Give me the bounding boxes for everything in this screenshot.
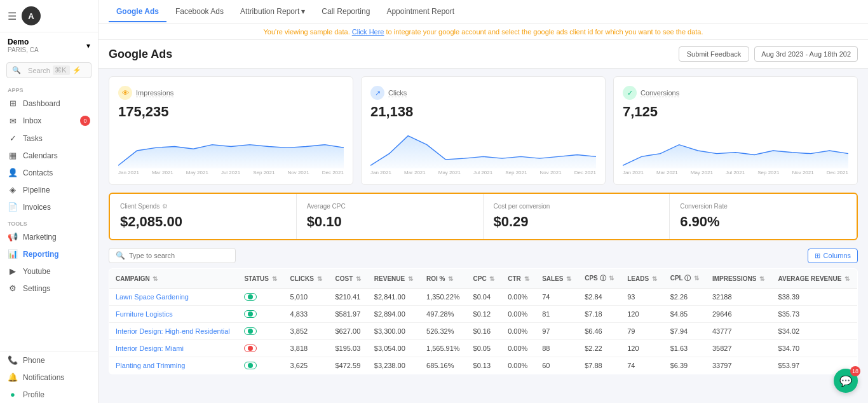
alert-link[interactable]: Click Here: [352, 28, 384, 36]
campaign-status: [238, 340, 283, 357]
page-title: Google Ads: [109, 48, 172, 61]
settings-icon: ⚙: [8, 283, 18, 293]
tab-google-ads[interactable]: Google Ads: [109, 2, 166, 22]
campaign-avg-revenue: $34.02: [772, 323, 858, 340]
svg-marker-2: [623, 145, 848, 168]
campaign-link[interactable]: Lawn Space Gardening: [116, 293, 189, 301]
campaign-clicks: 3,852: [284, 323, 329, 340]
tab-facebook-ads[interactable]: Facebook Ads: [168, 2, 231, 22]
metric-value: $0.10: [307, 214, 473, 230]
tab-appointment-report[interactable]: Appointment Report: [379, 2, 462, 22]
metric-value: $0.29: [494, 214, 660, 230]
inbox-icon: ✉: [8, 116, 18, 126]
sidebar-item-label: Notifications: [23, 373, 64, 382]
col-avg-revenue: AVERAGE REVENUE ⇅: [772, 269, 858, 289]
columns-button[interactable]: ⊞ Columns: [808, 249, 858, 263]
tab-attribution-report[interactable]: Attribution Report ▾: [233, 2, 313, 22]
sidebar-item-reporting[interactable]: 📊 Reporting: [0, 245, 98, 263]
campaign-cost: $581.97: [329, 306, 368, 323]
table-row: Interior Design: High-end Residential 3,…: [109, 323, 858, 340]
sidebar-item-calendars[interactable]: ▦ Calendars: [0, 147, 98, 164]
metric-label: Cost per conversion: [494, 203, 660, 210]
campaign-cps: $7.18: [578, 306, 621, 323]
table-header-row: CAMPAIGN ⇅ STATUS ⇅ CLICKS ⇅ COST ⇅ REVE…: [109, 269, 858, 289]
stat-card-header: ↗ Clicks: [370, 86, 596, 100]
table-row: Interior Design: Miami 3,818 $195.03 $3,…: [109, 340, 858, 357]
campaign-ctr: 0.00%: [501, 323, 536, 340]
chat-icon: 💬: [839, 375, 852, 387]
campaign-name: Planting and Trimming: [109, 357, 238, 374]
stat-card-conversions: ✓ Conversions 7,125: [613, 76, 858, 185]
table-row: Furniture Logistics 4,833 $581.97 $2,894…: [109, 306, 858, 323]
chevron-down-icon: ▾: [301, 7, 305, 16]
campaign-impressions: 32188: [706, 289, 772, 306]
gear-icon[interactable]: ⚙: [162, 203, 168, 210]
sidebar-item-dashboard[interactable]: ⊞ Dashboard: [0, 95, 98, 112]
metric-average-cpc: Average CPC $0.10: [297, 194, 484, 239]
campaign-sales: 81: [536, 306, 578, 323]
campaign-status: [238, 289, 283, 306]
tools-section-label: Tools: [0, 215, 98, 228]
campaign-leads: 120: [621, 306, 664, 323]
campaign-sales: 97: [536, 323, 578, 340]
sidebar-item-pipeline[interactable]: ◈ Pipeline: [0, 181, 98, 198]
search-input[interactable]: [129, 252, 229, 259]
campaign-roi: 685.16%: [420, 357, 467, 374]
campaign-cps: $2.84: [578, 289, 621, 306]
metric-conversion-rate: Conversion Rate 6.90%: [670, 194, 857, 239]
campaign-sales: 74: [536, 289, 578, 306]
campaign-name: Interior Design: Miami: [109, 340, 238, 357]
sidebar-account[interactable]: Demo PARIS, CA ▾: [0, 32, 98, 58]
tab-call-reporting[interactable]: Call Reporting: [314, 2, 377, 22]
campaign-link[interactable]: Interior Design: High-end Residential: [116, 327, 230, 335]
sidebar-item-phone[interactable]: 📞 Phone: [0, 352, 98, 369]
conversions-label: Conversions: [641, 89, 679, 97]
campaign-revenue: $3,238.00: [368, 357, 420, 374]
inbox-badge: 0: [80, 116, 90, 126]
col-leads: LEADS ⇅: [621, 269, 664, 289]
sidebar-item-contacts[interactable]: 👤 Contacts: [0, 164, 98, 181]
campaign-link[interactable]: Furniture Logistics: [116, 310, 173, 318]
sidebar-item-invoices[interactable]: 📄 Invoices: [0, 198, 98, 215]
campaign-revenue: $3,054.00: [368, 340, 420, 357]
search-label: Search: [28, 67, 50, 74]
calendars-icon: ▦: [8, 151, 18, 160]
table-search[interactable]: 🔍: [109, 248, 236, 263]
alert-bar: You're viewing sample data. Click Here t…: [98, 24, 868, 40]
campaign-roi: 526.32%: [420, 323, 467, 340]
youtube-icon: ▶: [8, 266, 18, 276]
sidebar-item-youtube[interactable]: ▶ Youtube: [0, 263, 98, 280]
sidebar-item-settings[interactable]: ⚙ Settings: [0, 280, 98, 297]
sidebar-item-label: Phone: [23, 356, 45, 365]
chat-bubble[interactable]: 💬 18: [834, 369, 858, 393]
campaign-name: Furniture Logistics: [109, 306, 238, 323]
date-range-picker[interactable]: Aug 3rd 2023 - Aug 18th 202: [754, 46, 858, 62]
campaign-link[interactable]: Interior Design: Miami: [116, 345, 184, 352]
profile-icon: ●: [8, 390, 18, 399]
sidebar-item-profile[interactable]: ● Profile: [0, 386, 98, 403]
lightning-icon[interactable]: ⚡: [72, 66, 86, 74]
campaign-revenue: $2,894.00: [368, 306, 420, 323]
sidebar-search[interactable]: 🔍 Search ⌘K ⚡: [6, 62, 92, 78]
campaign-cps: $6.46: [578, 323, 621, 340]
metric-cost-per-conversion: Cost per conversion $0.29: [484, 194, 670, 239]
campaign-leads: 74: [621, 357, 664, 374]
clicks-value: 21,138: [370, 104, 596, 120]
marketing-icon: 📢: [8, 232, 18, 242]
col-sales: SALES ⇅: [536, 269, 578, 289]
content-area: 👁 Impressions 175,235: [98, 69, 868, 403]
sidebar-item-inbox[interactable]: ✉ Inbox 0: [0, 112, 98, 130]
conversions-value: 7,125: [623, 104, 848, 120]
campaign-cpc: $0.16: [467, 323, 502, 340]
menu-icon[interactable]: ☰: [8, 10, 17, 22]
campaign-ctr: 0.00%: [501, 357, 536, 374]
submit-feedback-button[interactable]: Submit Feedback: [679, 46, 750, 62]
col-cps: CPS ⓘ ⇅: [578, 269, 621, 289]
campaign-clicks: 4,833: [284, 306, 329, 323]
col-cpl: CPL ⓘ ⇅: [664, 269, 706, 289]
sidebar-item-notifications[interactable]: 🔔 Notifications: [0, 369, 98, 386]
col-cpc: CPC ⇅: [467, 269, 502, 289]
sidebar-item-marketing[interactable]: 📢 Marketing: [0, 228, 98, 245]
sidebar-item-tasks[interactable]: ✓ Tasks: [0, 130, 98, 147]
campaign-link[interactable]: Planting and Trimming: [116, 362, 185, 369]
